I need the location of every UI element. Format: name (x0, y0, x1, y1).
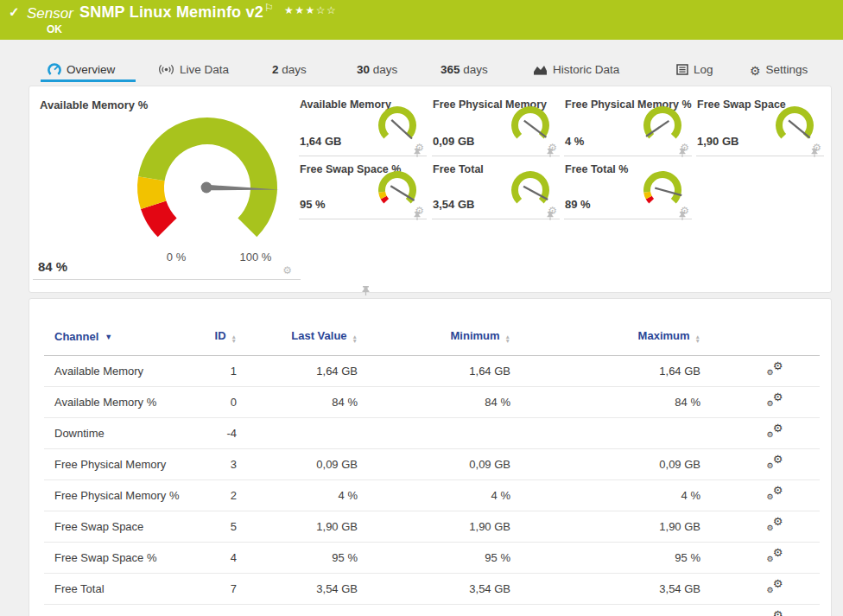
channel-settings-icon[interactable]: ⚙⚙ (767, 581, 783, 594)
sort-both-icon: ▲▼ (505, 334, 510, 343)
gauge-tile: Free Total %89 %⚙ (564, 162, 692, 219)
gauge-value: 1,90 GB (697, 135, 738, 148)
channel-value: 89 % (510, 605, 700, 616)
channel-value: 1,90 GB (510, 511, 700, 543)
channel-settings-icon[interactable]: ⚙⚙ (767, 550, 783, 562)
gauge-pin-icon[interactable] (811, 149, 818, 157)
channel-value: 95 % (237, 543, 358, 574)
gauge-chart (371, 103, 423, 146)
channel-name[interactable]: Free Swap Space % (44, 543, 200, 574)
column-header-minimum[interactable]: Minimum▲▼ (358, 325, 510, 356)
gauge-pin-icon[interactable] (362, 286, 370, 295)
channel-settings-icon[interactable]: ⚙⚙ (767, 457, 783, 469)
sensor-header: ✓ Sensor SNMP Linux Meminfo v2 ⚐ ★★★☆☆ O… (0, 0, 843, 40)
gauge-value: 89 % (565, 198, 591, 211)
tab-log[interactable]: Log (676, 60, 713, 83)
priority-stars[interactable]: ★★★☆☆ (284, 4, 337, 16)
tab-historic-data[interactable]: Historic Data (533, 60, 619, 83)
channel-row: Free Physical Memory %24 %4 %4 %⚙⚙ (44, 480, 820, 511)
channel-settings-icon[interactable]: ⚙⚙ (767, 488, 783, 500)
channel-value: 3 (200, 449, 237, 480)
column-header-channel[interactable]: Channel▼ (44, 325, 200, 356)
channel-value: 1,90 GB (358, 511, 510, 543)
gauge-pin-icon[interactable] (679, 149, 686, 157)
channel-value: 84 % (510, 387, 700, 418)
channel-value: 84 % (237, 387, 358, 418)
channel-name[interactable]: Free Total % (44, 605, 200, 616)
column-header-last-value[interactable]: Last Value▲▼ (237, 325, 358, 356)
gauge-tile: Free Total3,54 GB⚙ (432, 162, 560, 219)
channel-settings-icon[interactable]: ⚙⚙ (767, 519, 783, 531)
column-header-actions (700, 325, 820, 356)
channel-row: Free Swap Space %495 %95 %95 %⚙⚙ (44, 543, 820, 574)
channel-value: 84 % (358, 387, 510, 418)
channel-value: 89 % (358, 605, 510, 616)
sort-both-icon: ▲▼ (695, 334, 700, 343)
flag-icon[interactable]: ⚐ (264, 2, 274, 14)
tab-2-days[interactable]: 2 days (272, 60, 307, 83)
channel-row: Free Physical Memory30,09 GB0,09 GB0,09 … (44, 449, 820, 480)
channel-name[interactable]: Free Physical Memory % (44, 480, 200, 511)
channel-name[interactable]: Available Memory % (44, 387, 200, 418)
channels-panel: Channel▼ID▲▼Last Value▲▼Minimum▲▼Maximum… (29, 298, 832, 616)
channel-row: Free Total %689 %89 %89 %⚙⚙ (44, 605, 820, 616)
sort-desc-icon: ▼ (105, 333, 112, 341)
channel-name[interactable]: Free Total (44, 574, 200, 605)
gauge-value: 0,09 GB (433, 135, 474, 148)
channel-value: 4 % (510, 480, 700, 511)
channel-value (510, 418, 700, 449)
gauge-pin-icon[interactable] (547, 149, 554, 157)
gauge-pin-icon[interactable] (547, 212, 554, 220)
object-kind-label: Sensor (27, 5, 73, 22)
channel-name[interactable]: Available Memory (44, 356, 200, 387)
gauge-pin-icon[interactable] (679, 212, 686, 220)
channel-value: 5 (200, 511, 237, 543)
channel-name[interactable]: Free Swap Space (44, 511, 200, 543)
channel-value: 95 % (358, 543, 510, 574)
channel-value (358, 418, 510, 449)
channel-settings-icon[interactable]: ⚙⚙ (767, 395, 783, 407)
gauge-value: 95 % (300, 198, 326, 211)
gauge-scale-max-label: 100 % (233, 251, 278, 264)
gauge-pin-icon[interactable] (414, 212, 421, 220)
column-header-maximum[interactable]: Maximum▲▼ (510, 325, 700, 356)
channel-name[interactable]: Downtime (44, 418, 200, 449)
channel-value: 3,54 GB (510, 574, 700, 605)
tab-settings[interactable]: ⚙Settings (750, 60, 808, 83)
channel-value: 1,64 GB (237, 356, 358, 387)
channels-table: Channel▼ID▲▼Last Value▲▼Minimum▲▼Maximum… (44, 325, 820, 616)
channel-row: Downtime-4⚙⚙ (44, 418, 820, 449)
gauge-tile: Free Physical Memory0,09 GB⚙ (432, 97, 560, 156)
tab-live-data[interactable]: Live Data (158, 60, 229, 83)
gauge-scale-min-label: 0 % (159, 251, 193, 264)
channel-value: 3,54 GB (358, 574, 510, 605)
channel-settings-icon[interactable]: ⚙⚙ (767, 364, 783, 376)
channel-value: 0,09 GB (358, 449, 510, 480)
gauge-settings-gear-icon[interactable]: ⚙ (282, 265, 292, 276)
gauge-tile: Free Swap Space1,90 GB⚙ (696, 97, 824, 156)
tab-30-days[interactable]: 30 days (357, 60, 397, 83)
gauge-value: 1,64 GB (300, 135, 341, 148)
gauge-pin-icon[interactable] (414, 149, 421, 157)
gauge-chart (769, 103, 821, 146)
channel-name[interactable]: Free Physical Memory (44, 449, 200, 480)
channel-row: Free Swap Space51,90 GB1,90 GB1,90 GB⚙⚙ (44, 511, 820, 543)
channel-settings-icon[interactable]: ⚙⚙ (767, 426, 783, 438)
channel-row: Available Memory %084 %84 %84 %⚙⚙ (44, 387, 820, 418)
gauge-tile: Free Swap Space %95 %⚙ (299, 162, 427, 219)
gauge-title: Free Total % (565, 163, 628, 175)
channel-settings-icon[interactable]: ⚙⚙ (767, 613, 783, 616)
channel-value: 0,09 GB (237, 449, 358, 480)
column-header-id[interactable]: ID▲▼ (200, 325, 237, 356)
primary-gauge-chart (112, 107, 302, 268)
gauges-panel: Available Memory % 0 % 100 % 84 % ⚙ Avai… (29, 86, 832, 293)
gauge-value: 4 % (565, 135, 584, 148)
primary-gauge-value: 84 % (38, 259, 67, 274)
tab-365-days[interactable]: 365 days (441, 60, 488, 83)
channel-value: 95 % (510, 543, 700, 574)
gauge-chart (504, 103, 556, 146)
channel-value: 89 % (237, 605, 358, 616)
channel-value: -4 (200, 418, 237, 449)
primary-gauge-tile: Available Memory % 0 % 100 % 84 % ⚙ (33, 86, 301, 280)
channel-row: Free Total73,54 GB3,54 GB3,54 GB⚙⚙ (44, 574, 820, 605)
